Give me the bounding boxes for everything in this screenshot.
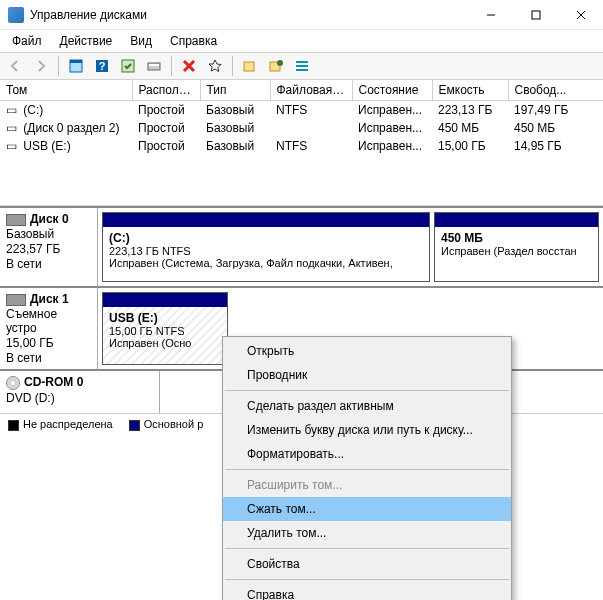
disk-icon (6, 214, 26, 226)
disk-info-panel[interactable]: Диск 1 Съемное устро 15,00 ГБ В сети (0, 288, 98, 369)
col-type[interactable]: Тип (200, 80, 270, 101)
partition-stripe (103, 293, 227, 307)
svg-rect-5 (70, 60, 82, 63)
menu-format[interactable]: Форматировать... (223, 442, 511, 466)
volume-list: Том Располо... Тип Файловая с... Состоян… (0, 80, 603, 206)
menu-properties[interactable]: Свойства (223, 552, 511, 576)
table-row[interactable]: ▭ (C:) Простой Базовый NTFS Исправен... … (0, 101, 603, 120)
menu-view[interactable]: Вид (122, 32, 160, 50)
delete-button[interactable] (178, 55, 200, 77)
menu-explorer[interactable]: Проводник (223, 363, 511, 387)
titlebar: Управление дисками (0, 0, 603, 30)
col-free[interactable]: Свобод... (508, 80, 603, 101)
close-button[interactable] (558, 0, 603, 30)
drive-icon: ▭ (6, 121, 20, 135)
legend-unallocated: Не распределена (8, 418, 113, 431)
separator-icon (225, 579, 509, 580)
menu-action[interactable]: Действие (52, 32, 121, 50)
minimize-button[interactable] (468, 0, 513, 30)
partition[interactable]: 450 МБ Исправен (Раздел восстан (434, 212, 599, 282)
swatch-icon (129, 420, 140, 431)
menu-make-active[interactable]: Сделать раздел активным (223, 394, 511, 418)
partition-stripe (435, 213, 598, 227)
table-row[interactable]: ▭ (Диск 0 раздел 2) Простой Базовый Испр… (0, 119, 603, 137)
col-fs[interactable]: Файловая с... (270, 80, 352, 101)
toolbar: ? (0, 52, 603, 80)
svg-text:?: ? (99, 60, 106, 72)
separator-icon (225, 469, 509, 470)
drive-icon: ▭ (6, 139, 20, 153)
menu-delete[interactable]: Удалить том... (223, 521, 511, 545)
disk-icon (6, 294, 26, 306)
separator-icon (58, 56, 59, 76)
swatch-icon (8, 420, 19, 431)
separator-icon (171, 56, 172, 76)
col-layout[interactable]: Располо... (132, 80, 200, 101)
svg-point-15 (277, 60, 283, 66)
app-icon (8, 7, 24, 23)
legend-primary: Основной р (129, 418, 204, 431)
menu-file[interactable]: Файл (4, 32, 50, 50)
menu-change-letter[interactable]: Изменить букву диска или путь к диску... (223, 418, 511, 442)
menu-extend: Расширить том... (223, 473, 511, 497)
partition-selected[interactable]: USB (E:) 15,00 ГБ NTFS Исправен (Осно (102, 292, 228, 365)
separator-icon (225, 390, 509, 391)
separator-icon (225, 548, 509, 549)
svg-rect-18 (296, 69, 308, 71)
context-menu: Открыть Проводник Сделать раздел активны… (222, 336, 512, 600)
svg-rect-13 (244, 62, 254, 71)
show-hide-button[interactable] (65, 55, 87, 77)
col-capacity[interactable]: Емкость (432, 80, 508, 101)
table-row[interactable]: ▭ USB (E:) Простой Базовый NTFS Исправен… (0, 137, 603, 155)
partition-stripe (103, 213, 429, 227)
help-button[interactable]: ? (91, 55, 113, 77)
disk-row: Диск 0 Базовый 223,57 ГБ В сети (C:) 223… (0, 206, 603, 286)
properties-button[interactable] (204, 55, 226, 77)
disk-info-panel[interactable]: Диск 0 Базовый 223,57 ГБ В сети (0, 208, 98, 286)
disk-info-panel[interactable]: CD-ROM 0 DVD (D:) (0, 371, 160, 413)
svg-rect-17 (296, 65, 308, 67)
back-button (4, 55, 26, 77)
new-volume-button[interactable] (239, 55, 261, 77)
menu-open[interactable]: Открыть (223, 339, 511, 363)
rescan-button[interactable] (143, 55, 165, 77)
partition[interactable]: (C:) 223,13 ГБ NTFS Исправен (Система, З… (102, 212, 430, 282)
svg-rect-16 (296, 61, 308, 63)
menu-shrink[interactable]: Сжать том... (223, 497, 511, 521)
window-title: Управление дисками (30, 8, 468, 22)
svg-rect-10 (149, 64, 159, 66)
cdrom-icon (6, 376, 20, 390)
maximize-button[interactable] (513, 0, 558, 30)
forward-button (30, 55, 52, 77)
menu-help[interactable]: Справка (223, 583, 511, 600)
menubar: Файл Действие Вид Справка (0, 30, 603, 52)
col-status[interactable]: Состояние (352, 80, 432, 101)
menu-help[interactable]: Справка (162, 32, 225, 50)
drive-icon: ▭ (6, 103, 20, 117)
list-button[interactable] (291, 55, 313, 77)
separator-icon (232, 56, 233, 76)
svg-rect-1 (532, 11, 540, 19)
col-volume[interactable]: Том (0, 80, 132, 101)
refresh-button[interactable] (117, 55, 139, 77)
settings-button[interactable] (265, 55, 287, 77)
